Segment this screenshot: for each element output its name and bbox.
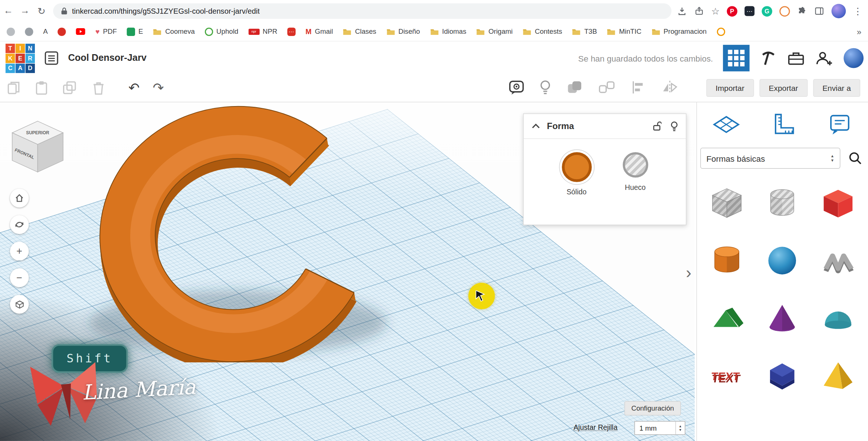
send-to-button[interactable]: Enviar a <box>813 79 860 97</box>
bookmark-star-icon[interactable]: ☆ <box>711 5 720 17</box>
back-icon[interactable]: ← <box>0 6 17 17</box>
home-view-button[interactable] <box>10 189 29 208</box>
youtube-icon <box>76 28 85 35</box>
shape-pyramid[interactable] <box>812 353 865 398</box>
configuration-button[interactable]: Configuración <box>625 401 681 415</box>
share-icon[interactable] <box>694 6 704 16</box>
import-button[interactable]: Importar <box>706 79 754 97</box>
bookmark-folder[interactable]: Programacion <box>651 28 707 36</box>
bookmarks-overflow-icon[interactable]: » <box>857 27 861 36</box>
add-person-icon[interactable] <box>815 50 834 66</box>
bookmark-folder[interactable]: T3B <box>572 28 597 36</box>
user-avatar[interactable] <box>844 48 864 68</box>
red-dots-favicon-icon[interactable]: ⋯ <box>287 27 295 36</box>
snap-grid-label[interactable]: Ajustar Rejilla <box>573 423 618 431</box>
plus-icon: + <box>16 246 22 257</box>
pickaxe-icon[interactable] <box>760 49 777 67</box>
shape-hollow-box[interactable] <box>700 181 753 225</box>
orbit-view-button[interactable] <box>10 215 29 234</box>
bookmark-folder[interactable]: Diseño <box>386 28 420 36</box>
youtube-bookmark[interactable] <box>76 28 85 35</box>
bookmark-item[interactable]: ♥ PDF <box>95 27 117 36</box>
fit-view-button[interactable] <box>10 295 29 314</box>
design-properties-icon[interactable] <box>44 50 59 66</box>
redo-icon[interactable]: ↷ <box>153 80 164 96</box>
paste-icon[interactable] <box>34 80 49 96</box>
solid-option[interactable]: Sólido <box>561 152 592 196</box>
zoom-in-button[interactable]: + <box>10 242 29 261</box>
dashboard-grid-button[interactable] <box>723 45 750 72</box>
bookmark-item[interactable]: Uphold <box>205 27 238 36</box>
shape-roof[interactable] <box>700 296 753 340</box>
undo-icon[interactable]: ↶ <box>128 80 140 96</box>
unlock-icon[interactable] <box>653 121 662 131</box>
bookmark-folder[interactable]: MinTIC <box>607 28 642 36</box>
notes-visibility-icon[interactable] <box>508 79 525 96</box>
reload-icon[interactable]: ↻ <box>33 5 50 17</box>
bookmark-folder[interactable]: Coomeva <box>153 28 195 36</box>
lightbulb-icon[interactable] <box>670 121 678 131</box>
bookmark-item[interactable]: A <box>43 28 48 36</box>
align-icon[interactable] <box>630 79 647 96</box>
orbit-icon <box>14 220 24 230</box>
favicon-icon[interactable] <box>7 27 15 36</box>
zoom-out-button[interactable]: − <box>10 268 29 287</box>
copy-icon[interactable] <box>7 80 21 96</box>
bookmarks-bar: A ♥ PDF E Coomeva Uphold npr NPR ⋯ M Gma… <box>0 22 868 42</box>
shape-polygon[interactable] <box>756 353 809 398</box>
ungroup-icon[interactable] <box>598 79 616 96</box>
tinkercad-logo[interactable]: T I N K E R C A D <box>6 43 35 73</box>
mirror-icon[interactable] <box>661 79 679 96</box>
hole-option[interactable]: Hueco <box>622 152 648 196</box>
side-panel-icon[interactable] <box>814 6 824 16</box>
address-bar[interactable]: tinkercad.com/things/g5SJ1ZYEGsl-cool-de… <box>53 3 671 19</box>
bookmark-item[interactable]: E <box>127 27 143 36</box>
shape-sphere[interactable] <box>756 238 809 283</box>
favicon-icon[interactable] <box>25 27 33 36</box>
bookmark-folder[interactable]: Contests <box>523 28 562 36</box>
notes-tool-icon[interactable] <box>827 111 853 138</box>
bookmark-folder[interactable]: Idiomas <box>430 28 466 36</box>
bookmark-folder[interactable]: Origami <box>476 28 512 36</box>
url-text: tinkercad.com/things/g5SJ1ZYEGsl-cool-de… <box>72 7 260 15</box>
orange-favicon-icon[interactable] <box>717 27 725 36</box>
search-icon[interactable] <box>848 151 862 165</box>
group-icon[interactable] <box>566 79 584 96</box>
lightbulb-icon[interactable] <box>539 79 551 96</box>
design-title[interactable]: Cool Densor-Jarv <box>68 53 146 64</box>
shape-cylinder[interactable] <box>700 238 753 283</box>
panel-collapse-arrow[interactable]: › <box>683 262 694 284</box>
snap-grid-select[interactable]: 1 mm ▲▼ <box>634 421 685 435</box>
collapse-chevron-icon[interactable] <box>531 124 540 129</box>
grammarly-extension-icon[interactable]: G <box>762 6 772 16</box>
lock-icon <box>61 7 68 15</box>
spinner-arrows-icon[interactable]: ▲▼ <box>675 422 685 434</box>
extensions-puzzle-icon[interactable] <box>797 6 807 16</box>
export-button[interactable]: Exportar <box>759 79 808 97</box>
bookmark-item[interactable]: npr NPR <box>248 28 277 36</box>
dark-extension-icon[interactable]: ⋯ <box>744 6 754 16</box>
toolbox-icon[interactable] <box>787 50 805 66</box>
shape-half-sphere[interactable] <box>812 296 865 340</box>
browser-avatar[interactable] <box>832 4 846 18</box>
kebab-menu-icon[interactable]: ⋮ <box>853 5 862 17</box>
pinterest-extension-icon[interactable]: P <box>727 6 737 16</box>
shape-scribble[interactable] <box>812 238 865 283</box>
timer-extension-icon[interactable] <box>779 6 790 16</box>
workplane-tool-icon[interactable] <box>713 111 740 138</box>
bookmark-folder[interactable]: Clases <box>343 28 376 36</box>
shape-category-dropdown[interactable]: Formas básicas ▲▼ <box>700 148 840 169</box>
forward-icon[interactable]: → <box>17 6 33 17</box>
shape-hollow-cylinder[interactable] <box>756 181 809 225</box>
ruler-tool-icon[interactable] <box>771 111 796 138</box>
shape-cone[interactable] <box>756 296 809 340</box>
download-icon[interactable] <box>677 6 687 16</box>
view-cube[interactable]: SUPERIOR FRONTAL <box>9 117 66 175</box>
shape-text[interactable]: TEXT TEXT <box>700 353 753 398</box>
gmail-favicon-icon[interactable] <box>58 27 66 36</box>
roof-icon <box>709 300 744 336</box>
shape-box[interactable] <box>812 181 865 225</box>
bookmark-item[interactable]: M Gmail <box>305 27 333 36</box>
duplicate-icon[interactable] <box>62 80 79 96</box>
delete-icon[interactable] <box>92 80 105 96</box>
